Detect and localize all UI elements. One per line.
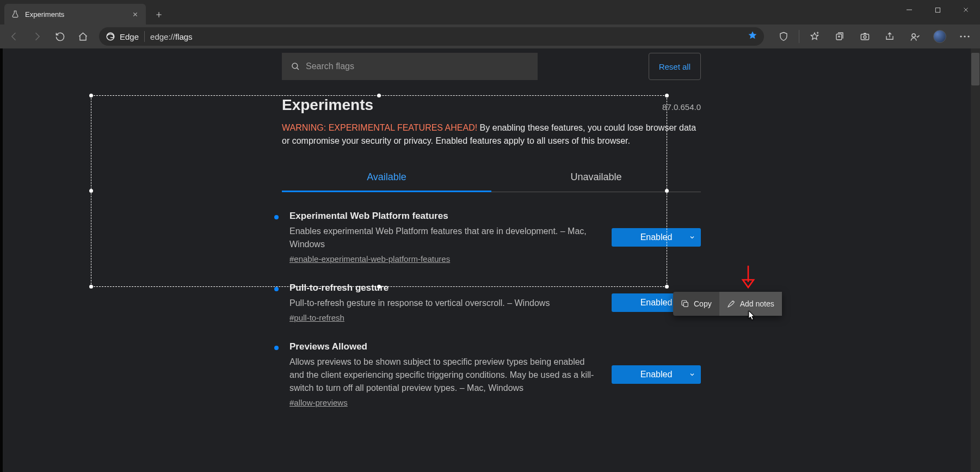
tab-strip: Experiments <box>0 0 980 24</box>
flag-anchor-link[interactable]: #pull-to-refresh <box>289 313 344 322</box>
flag-entry: Experimental Web Platform featuresEnable… <box>282 192 701 264</box>
annotation-arrow-icon <box>740 265 756 293</box>
divider <box>799 30 799 43</box>
warning-prefix: WARNING: EXPERIMENTAL FEATURES AHEAD! <box>282 123 477 132</box>
edge-icon <box>106 32 115 41</box>
share-icon[interactable] <box>878 26 902 47</box>
refresh-button[interactable] <box>49 26 71 47</box>
flag-anchor-link[interactable]: #enable-experimental-web-platform-featur… <box>289 254 450 263</box>
divider <box>144 31 145 42</box>
page-header: Experiments 87.0.654.0 <box>282 96 701 114</box>
shield-icon[interactable] <box>772 26 796 47</box>
version-label: 87.0.654.0 <box>662 102 701 112</box>
flag-anchor-link[interactable]: #allow-previews <box>289 398 348 407</box>
flag-title: Pull-to-refresh gesture <box>289 283 601 293</box>
back-button[interactable] <box>3 26 25 47</box>
maximize-button[interactable] <box>923 0 952 20</box>
flag-title: Experimental Web Platform features <box>289 211 601 222</box>
site-identity-label: Edge <box>120 32 139 41</box>
search-icon <box>291 62 300 71</box>
svg-rect-0 <box>935 8 940 12</box>
flags-page: Search flags Reset all Experiments 87.0.… <box>3 48 980 472</box>
profile-button[interactable] <box>928 26 952 47</box>
chevron-down-icon <box>689 371 695 378</box>
flag-state-label: Enabled <box>640 370 673 379</box>
flag-state-dropdown[interactable]: Enabled <box>612 365 701 384</box>
chevron-down-icon <box>689 234 695 241</box>
flag-state-label: Enabled <box>640 232 673 242</box>
flag-tabs: Available Unavailable <box>282 165 701 192</box>
reset-all-button[interactable]: Reset all <box>649 53 701 80</box>
minimize-button[interactable] <box>895 0 923 20</box>
address-bar[interactable]: Edge edge://flags <box>99 27 764 46</box>
svg-point-5 <box>911 33 915 36</box>
copy-icon <box>681 299 689 308</box>
browser-toolbar: Edge edge://flags <box>0 24 980 48</box>
window-controls <box>895 0 980 20</box>
svg-rect-3 <box>861 34 868 39</box>
favorite-star-icon[interactable] <box>748 30 757 42</box>
url-text: edge://flags <box>150 32 193 41</box>
browser-tab[interactable]: Experiments <box>4 4 146 24</box>
svg-rect-10 <box>683 302 688 307</box>
copy-label: Copy <box>694 299 712 308</box>
forward-button[interactable] <box>26 26 48 47</box>
home-button[interactable] <box>72 26 94 47</box>
svg-point-7 <box>964 35 965 37</box>
modified-dot-icon <box>274 215 279 219</box>
close-icon[interactable] <box>131 10 139 19</box>
site-identity-chip[interactable]: Edge <box>106 32 139 41</box>
flag-entry: Pull-to-refresh gesturePull-to-refresh g… <box>282 264 701 323</box>
feedback-icon[interactable] <box>903 26 927 47</box>
avatar <box>933 30 946 43</box>
search-placeholder: Search flags <box>306 62 354 71</box>
flag-state-label: Enabled <box>640 298 673 308</box>
svg-point-9 <box>292 63 298 69</box>
flag-description: Enables experimental Web Platform featur… <box>289 225 594 251</box>
settings-more-button[interactable] <box>953 26 977 47</box>
flag-entry: Previews AllowedAllows previews to be sh… <box>282 323 701 408</box>
svg-point-6 <box>960 35 961 37</box>
favorites-icon[interactable] <box>803 26 827 47</box>
capture-toolbar: Copy Add notes <box>673 292 782 316</box>
svg-point-4 <box>864 35 866 38</box>
warning-text: WARNING: EXPERIMENTAL FEATURES AHEAD! By… <box>282 121 701 148</box>
flag-description: Pull-to-refresh gesture in response to v… <box>289 297 594 310</box>
tab-title: Experiments <box>25 10 125 19</box>
collections-icon[interactable] <box>828 26 852 47</box>
scrollbar-thumb[interactable] <box>971 53 979 85</box>
web-capture-icon[interactable] <box>853 26 877 47</box>
new-tab-button[interactable] <box>149 5 169 24</box>
add-notes-label: Add notes <box>740 299 774 308</box>
close-window-button[interactable] <box>952 0 980 20</box>
svg-point-8 <box>967 35 969 37</box>
flask-icon <box>11 10 20 19</box>
tab-unavailable[interactable]: Unavailable <box>491 165 701 192</box>
modified-dot-icon <box>274 346 279 350</box>
page-viewport: Search flags Reset all Experiments 87.0.… <box>3 48 980 472</box>
toolbar-right-cluster <box>772 26 977 47</box>
search-flags-input[interactable]: Search flags <box>282 53 538 80</box>
copy-button[interactable]: Copy <box>673 292 719 316</box>
modified-dot-icon <box>274 287 279 291</box>
flag-state-dropdown[interactable]: Enabled <box>612 228 701 247</box>
page-title: Experiments <box>282 96 662 114</box>
flag-title: Previews Allowed <box>289 341 601 352</box>
flags-toprow: Search flags Reset all <box>282 53 701 80</box>
tab-available[interactable]: Available <box>282 165 491 192</box>
scrollbar-track[interactable] <box>971 48 980 472</box>
mouse-cursor-icon <box>748 310 756 321</box>
pen-icon <box>727 299 736 308</box>
flag-description: Allows previews to be shown subject to s… <box>289 355 594 395</box>
